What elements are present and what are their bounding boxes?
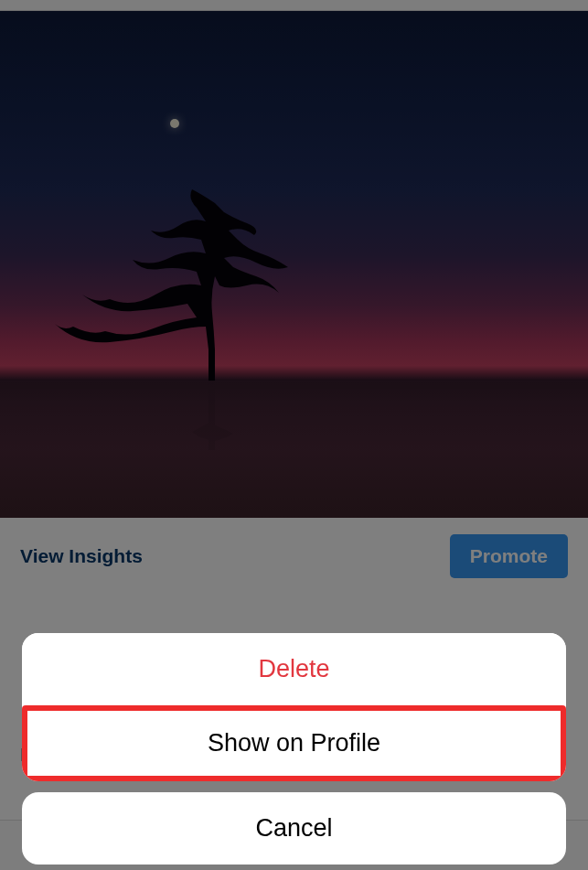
action-sheet-options: Delete Show on Profile (22, 633, 566, 781)
cancel-button[interactable]: Cancel (22, 792, 566, 865)
delete-button[interactable]: Delete (22, 633, 566, 705)
highlighted-option: Show on Profile (22, 705, 566, 781)
action-sheet: Delete Show on Profile Cancel (22, 633, 566, 865)
action-sheet-cancel: Cancel (22, 792, 566, 865)
show-on-profile-button[interactable]: Show on Profile (27, 711, 561, 776)
